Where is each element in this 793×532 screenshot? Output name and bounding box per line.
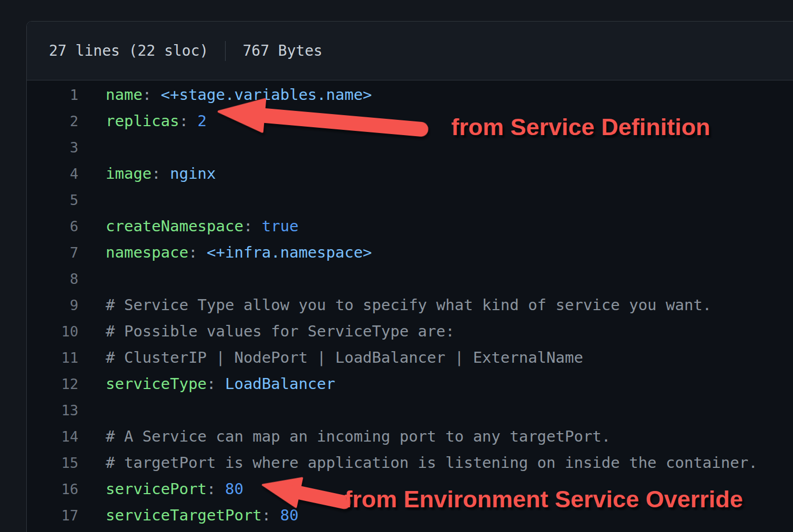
- code-line: 12serviceType: LoadBalancer: [27, 371, 793, 397]
- line-number[interactable]: 10: [27, 323, 78, 340]
- code-text: # Service Type allow you to specify what…: [78, 296, 711, 314]
- code-line: 4image: nginx: [27, 160, 793, 187]
- code-text: image: nginx: [78, 165, 216, 182]
- code-line: 6createNamespace: true: [27, 213, 793, 239]
- line-number[interactable]: 8: [27, 271, 78, 287]
- line-number[interactable]: 1: [27, 87, 78, 103]
- line-number[interactable]: 17: [27, 507, 78, 524]
- line-number[interactable]: 4: [27, 166, 78, 182]
- code-text: servicePort: 80: [78, 480, 243, 498]
- file-size-info: 767 Bytes: [242, 42, 322, 59]
- file-viewer-panel: 27 lines (22 sloc) 767 Bytes 1name: <+st…: [26, 21, 793, 532]
- line-number[interactable]: 15: [27, 455, 78, 471]
- code-line: 1name: <+stage.variables.name>: [27, 81, 793, 108]
- code-text: createNamespace: true: [78, 217, 299, 235]
- annotation-from-environment-service-override: from Environment Service Override: [344, 486, 743, 513]
- file-lines-info: 27 lines (22 sloc): [49, 42, 208, 59]
- annotation-from-service-definition: from Service Definition: [451, 114, 710, 141]
- code-line: 14# A Service can map an incoming port t…: [27, 423, 793, 449]
- line-number[interactable]: 5: [27, 192, 78, 208]
- code-line: 13: [27, 397, 793, 423]
- line-number[interactable]: 3: [27, 139, 78, 156]
- code-line: 8: [27, 265, 793, 292]
- code-line: 11# ClusterIP | NodePort | LoadBalancer …: [27, 344, 793, 371]
- code-text: serviceType: LoadBalancer: [78, 375, 336, 393]
- code-line: 15# targetPort is where application is l…: [27, 449, 793, 476]
- line-number[interactable]: 13: [27, 402, 78, 418]
- code-text: replicas: 2: [78, 112, 207, 130]
- code-line: 10# Possible values for ServiceType are:: [27, 318, 793, 344]
- header-divider: [225, 41, 226, 61]
- code-text: # ClusterIP | NodePort | LoadBalancer | …: [78, 349, 583, 366]
- code-line: 7namespace: <+infra.namespace>: [27, 239, 793, 265]
- line-number[interactable]: 14: [27, 428, 78, 445]
- file-header: 27 lines (22 sloc) 767 Bytes: [27, 22, 793, 80]
- line-number[interactable]: 9: [27, 297, 78, 313]
- code-line: 9# Service Type allow you to specify wha…: [27, 292, 793, 318]
- code-line: 5: [27, 187, 793, 213]
- code-text: # targetPort is where application is lis…: [78, 454, 758, 472]
- code-text: namespace: <+infra.namespace>: [78, 243, 372, 261]
- line-number[interactable]: 6: [27, 218, 78, 234]
- line-number[interactable]: 11: [27, 350, 78, 366]
- line-number[interactable]: 2: [27, 113, 78, 129]
- line-number[interactable]: 16: [27, 481, 78, 497]
- code-text: # A Service can map an incoming port to …: [78, 427, 611, 445]
- code-text: # Possible values for ServiceType are:: [78, 322, 454, 340]
- code-text: serviceTargetPort: 80: [78, 506, 299, 524]
- line-number[interactable]: 12: [27, 376, 78, 392]
- line-number[interactable]: 7: [27, 244, 78, 261]
